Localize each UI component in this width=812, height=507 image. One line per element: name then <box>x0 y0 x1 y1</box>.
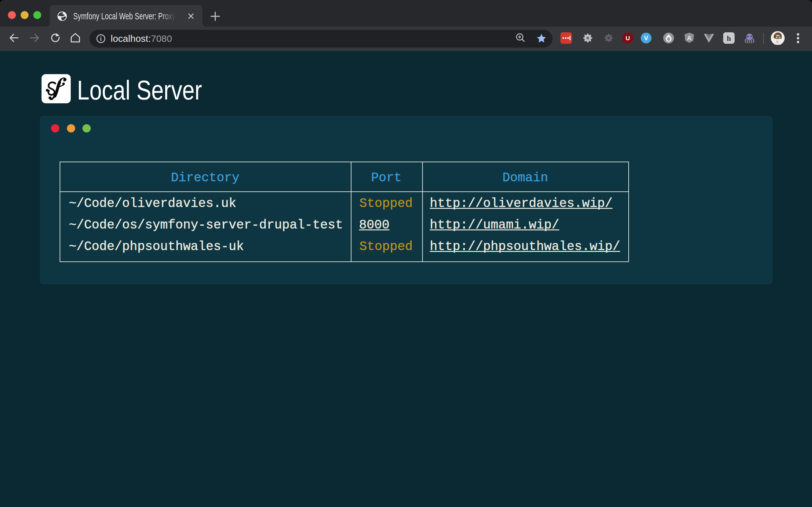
svg-text:V: V <box>644 35 648 42</box>
svg-text:A: A <box>687 35 692 42</box>
svg-text:U: U <box>625 35 630 42</box>
svg-text:h: h <box>727 34 731 43</box>
